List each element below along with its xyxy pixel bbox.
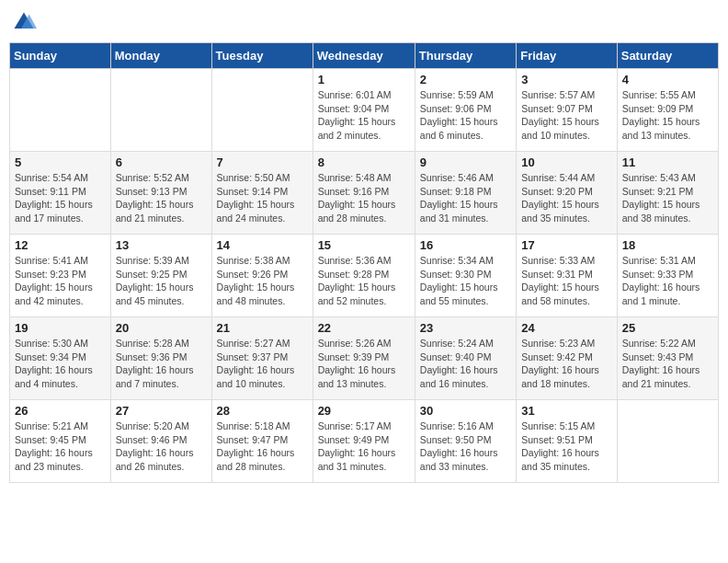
header-monday: Monday <box>110 43 211 69</box>
day-number: 6 <box>116 155 207 169</box>
logo <box>9 9 37 35</box>
calendar-cell <box>10 69 111 152</box>
calendar-cell: 22Sunrise: 5:26 AM Sunset: 9:39 PM Dayli… <box>313 317 415 400</box>
day-info: Sunrise: 5:27 AM Sunset: 9:37 PM Dayligh… <box>217 337 308 391</box>
week-row-4: 19Sunrise: 5:30 AM Sunset: 9:34 PM Dayli… <box>10 317 719 400</box>
day-info: Sunrise: 5:48 AM Sunset: 9:16 PM Dayligh… <box>318 171 410 225</box>
day-info: Sunrise: 5:16 AM Sunset: 9:50 PM Dayligh… <box>420 419 511 474</box>
calendar-cell: 28Sunrise: 5:18 AM Sunset: 9:47 PM Dayli… <box>211 400 313 483</box>
day-info: Sunrise: 5:24 AM Sunset: 9:40 PM Dayligh… <box>420 337 511 391</box>
calendar-cell: 7Sunrise: 5:50 AM Sunset: 9:14 PM Daylig… <box>211 152 313 235</box>
day-info: Sunrise: 5:36 AM Sunset: 9:28 PM Dayligh… <box>318 254 410 308</box>
calendar-cell: 10Sunrise: 5:44 AM Sunset: 9:20 PM Dayli… <box>517 152 618 235</box>
calendar-cell: 29Sunrise: 5:17 AM Sunset: 9:49 PM Dayli… <box>313 400 415 483</box>
calendar-cell: 15Sunrise: 5:36 AM Sunset: 9:28 PM Dayli… <box>313 235 415 317</box>
day-info: Sunrise: 5:54 AM Sunset: 9:11 PM Dayligh… <box>15 171 106 225</box>
day-info: Sunrise: 5:39 AM Sunset: 9:25 PM Dayligh… <box>116 254 207 308</box>
day-info: Sunrise: 5:59 AM Sunset: 9:06 PM Dayligh… <box>420 88 511 143</box>
day-number: 28 <box>217 404 308 418</box>
header-saturday: Saturday <box>617 43 718 69</box>
calendar-cell: 19Sunrise: 5:30 AM Sunset: 9:34 PM Dayli… <box>10 317 111 400</box>
day-info: Sunrise: 5:38 AM Sunset: 9:26 PM Dayligh… <box>217 254 308 308</box>
header-friday: Friday <box>517 43 618 69</box>
calendar-cell: 23Sunrise: 5:24 AM Sunset: 9:40 PM Dayli… <box>415 317 516 400</box>
day-number: 26 <box>15 404 106 418</box>
calendar-cell: 30Sunrise: 5:16 AM Sunset: 9:50 PM Dayli… <box>415 400 516 483</box>
calendar-cell: 20Sunrise: 5:28 AM Sunset: 9:36 PM Dayli… <box>110 317 211 400</box>
day-info: Sunrise: 5:50 AM Sunset: 9:14 PM Dayligh… <box>217 171 308 225</box>
logo-icon <box>11 9 37 35</box>
day-number: 4 <box>622 73 713 86</box>
calendar-cell: 16Sunrise: 5:34 AM Sunset: 9:30 PM Dayli… <box>415 235 516 317</box>
day-info: Sunrise: 5:23 AM Sunset: 9:42 PM Dayligh… <box>521 337 612 391</box>
calendar-cell: 27Sunrise: 5:20 AM Sunset: 9:46 PM Dayli… <box>110 400 211 483</box>
header-sunday: Sunday <box>10 43 111 69</box>
day-number: 23 <box>420 321 511 335</box>
calendar-header: SundayMondayTuesdayWednesdayThursdayFrid… <box>10 43 719 69</box>
day-number: 13 <box>116 238 207 252</box>
day-info: Sunrise: 5:46 AM Sunset: 9:18 PM Dayligh… <box>420 171 511 225</box>
calendar-cell: 31Sunrise: 5:15 AM Sunset: 9:51 PM Dayli… <box>517 400 618 483</box>
day-info: Sunrise: 5:26 AM Sunset: 9:39 PM Dayligh… <box>318 337 410 391</box>
calendar-cell: 13Sunrise: 5:39 AM Sunset: 9:25 PM Dayli… <box>110 235 211 317</box>
day-info: Sunrise: 5:18 AM Sunset: 9:47 PM Dayligh… <box>217 419 308 474</box>
day-info: Sunrise: 5:17 AM Sunset: 9:49 PM Dayligh… <box>318 419 410 474</box>
day-info: Sunrise: 5:22 AM Sunset: 9:43 PM Dayligh… <box>622 337 713 391</box>
day-info: Sunrise: 5:31 AM Sunset: 9:33 PM Dayligh… <box>622 254 713 308</box>
day-number: 27 <box>116 404 207 418</box>
day-number: 3 <box>521 73 612 86</box>
calendar-table: SundayMondayTuesdayWednesdayThursdayFrid… <box>9 42 719 483</box>
day-info: Sunrise: 5:34 AM Sunset: 9:30 PM Dayligh… <box>420 254 511 308</box>
day-number: 10 <box>521 155 612 169</box>
day-number: 19 <box>15 321 106 335</box>
calendar-cell: 6Sunrise: 5:52 AM Sunset: 9:13 PM Daylig… <box>110 152 211 235</box>
calendar-cell: 3Sunrise: 5:57 AM Sunset: 9:07 PM Daylig… <box>517 69 618 152</box>
day-number: 21 <box>217 321 308 335</box>
day-info: Sunrise: 5:30 AM Sunset: 9:34 PM Dayligh… <box>15 337 106 391</box>
day-info: Sunrise: 5:43 AM Sunset: 9:21 PM Dayligh… <box>622 171 713 225</box>
calendar-cell: 25Sunrise: 5:22 AM Sunset: 9:43 PM Dayli… <box>617 317 718 400</box>
day-number: 24 <box>521 321 612 335</box>
calendar-cell: 26Sunrise: 5:21 AM Sunset: 9:45 PM Dayli… <box>10 400 111 483</box>
day-number: 8 <box>318 155 410 169</box>
day-number: 14 <box>217 238 308 252</box>
day-number: 29 <box>318 404 410 418</box>
day-number: 20 <box>116 321 207 335</box>
day-number: 30 <box>420 404 511 418</box>
day-number: 31 <box>521 404 612 418</box>
day-number: 2 <box>420 73 511 86</box>
calendar-cell: 2Sunrise: 5:59 AM Sunset: 9:06 PM Daylig… <box>415 69 516 152</box>
week-row-3: 12Sunrise: 5:41 AM Sunset: 9:23 PM Dayli… <box>10 235 719 317</box>
calendar-cell: 9Sunrise: 5:46 AM Sunset: 9:18 PM Daylig… <box>415 152 516 235</box>
day-info: Sunrise: 5:41 AM Sunset: 9:23 PM Dayligh… <box>15 254 106 308</box>
day-number: 12 <box>15 238 106 252</box>
calendar-cell: 1Sunrise: 6:01 AM Sunset: 9:04 PM Daylig… <box>313 69 415 152</box>
day-number: 11 <box>622 155 713 169</box>
day-number: 25 <box>622 321 713 335</box>
calendar-cell <box>211 69 313 152</box>
calendar-cell: 17Sunrise: 5:33 AM Sunset: 9:31 PM Dayli… <box>517 235 618 317</box>
day-info: Sunrise: 5:15 AM Sunset: 9:51 PM Dayligh… <box>521 419 612 474</box>
day-info: Sunrise: 5:44 AM Sunset: 9:20 PM Dayligh… <box>521 171 612 225</box>
calendar-cell: 4Sunrise: 5:55 AM Sunset: 9:09 PM Daylig… <box>617 69 718 152</box>
calendar-cell: 12Sunrise: 5:41 AM Sunset: 9:23 PM Dayli… <box>10 235 111 317</box>
calendar-cell <box>617 400 718 483</box>
day-info: Sunrise: 6:01 AM Sunset: 9:04 PM Dayligh… <box>318 88 410 143</box>
day-number: 9 <box>420 155 511 169</box>
day-number: 16 <box>420 238 511 252</box>
day-info: Sunrise: 5:52 AM Sunset: 9:13 PM Dayligh… <box>116 171 207 225</box>
day-info: Sunrise: 5:33 AM Sunset: 9:31 PM Dayligh… <box>521 254 612 308</box>
calendar-body: 1Sunrise: 6:01 AM Sunset: 9:04 PM Daylig… <box>10 69 719 483</box>
header <box>9 9 719 35</box>
day-info: Sunrise: 5:28 AM Sunset: 9:36 PM Dayligh… <box>116 337 207 391</box>
week-row-2: 5Sunrise: 5:54 AM Sunset: 9:11 PM Daylig… <box>10 152 719 235</box>
day-info: Sunrise: 5:20 AM Sunset: 9:46 PM Dayligh… <box>116 419 207 474</box>
calendar-cell: 24Sunrise: 5:23 AM Sunset: 9:42 PM Dayli… <box>517 317 618 400</box>
day-number: 22 <box>318 321 410 335</box>
day-number: 1 <box>318 73 410 86</box>
week-row-5: 26Sunrise: 5:21 AM Sunset: 9:45 PM Dayli… <box>10 400 719 483</box>
day-number: 7 <box>217 155 308 169</box>
calendar-cell <box>110 69 211 152</box>
calendar-cell: 11Sunrise: 5:43 AM Sunset: 9:21 PM Dayli… <box>617 152 718 235</box>
day-info: Sunrise: 5:57 AM Sunset: 9:07 PM Dayligh… <box>521 88 612 143</box>
